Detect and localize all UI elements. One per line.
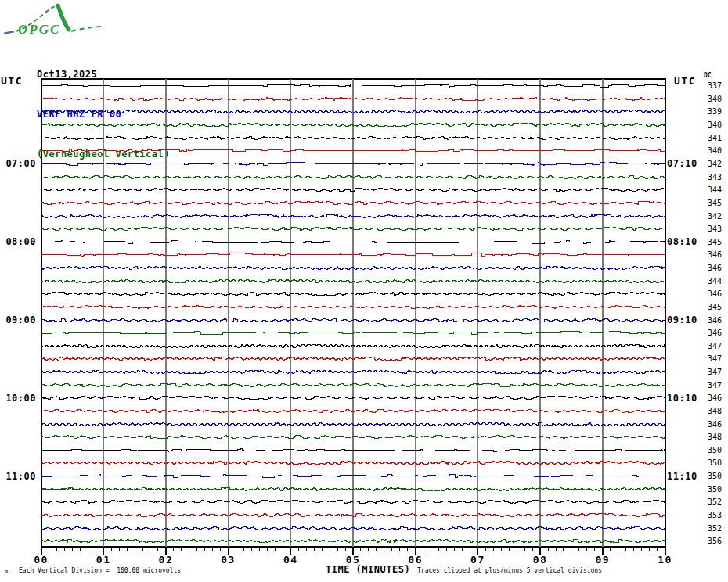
dc-value: 347 [708, 381, 728, 390]
dc-value: 340 [708, 120, 728, 129]
left-time-label: 10:00 [0, 393, 36, 404]
dc-value: 347 [708, 342, 728, 350]
x-tick-label: 03 [215, 554, 242, 566]
right-time-label: 07:10 [667, 158, 697, 169]
dc-value: 346 [708, 420, 728, 429]
dc-value: 337 [708, 81, 728, 90]
x-tick-label: 10 [652, 554, 679, 566]
dc-value: 350 [708, 472, 728, 480]
x-axis-title: TIME (MINUTES) [326, 564, 410, 575]
dc-value: 344 [708, 277, 728, 286]
x-tick-label: 06 [402, 554, 429, 566]
x-tick-label: 01 [90, 554, 117, 566]
left-time-label: 09:00 [0, 314, 36, 325]
dc-value: 345 [708, 303, 728, 311]
right-time-label: 10:10 [667, 393, 697, 404]
dc-value: 346 [708, 316, 728, 325]
dc-value: 348 [708, 407, 728, 415]
x-tick-label: 04 [277, 554, 304, 566]
dc-value: 346 [708, 393, 728, 402]
left-time-label: 07:00 [0, 158, 36, 169]
x-tick-label: 05 [340, 554, 366, 566]
right-time-label: 11:10 [667, 471, 697, 482]
dc-value: 342 [708, 160, 728, 168]
dc-value: 343 [708, 173, 728, 181]
right-time-label: 08:10 [667, 236, 697, 247]
right-time-label: 09:10 [667, 314, 697, 325]
dc-value: 353 [708, 511, 728, 519]
dc-value: 346 [708, 264, 728, 272]
dc-value: 347 [708, 368, 728, 376]
dc-value: 343 [708, 225, 728, 233]
x-tick-label: 09 [589, 554, 616, 566]
dc-value: 339 [708, 107, 728, 116]
dc-value: 347 [708, 354, 728, 363]
dc-value: 344 [708, 185, 728, 194]
left-time-label: 08:00 [0, 236, 36, 247]
dc-value: 346 [708, 289, 728, 298]
dc-value: 340 [708, 95, 728, 103]
x-tick-label: 08 [527, 554, 553, 566]
dc-value: 342 [708, 212, 728, 221]
dc-value: 340 [708, 146, 728, 155]
x-tick-label: 07 [464, 554, 491, 566]
dc-value: 346 [708, 329, 728, 337]
dc-value: 345 [708, 199, 728, 207]
seismogram-trace [41, 228, 665, 231]
scale-note: Each Vertical Division = 100.00 microvol… [19, 567, 181, 574]
dc-value: 346 [708, 250, 728, 259]
helicorder-screen: OPGC Oct13,2025 VERF HHZ FR 00 (Verneugh… [0, 0, 728, 582]
dc-value: 348 [708, 433, 728, 441]
dc-value: 345 [708, 238, 728, 246]
dc-value: 350 [708, 458, 728, 467]
dc-value: 352 [708, 524, 728, 533]
clip-note: Traces clipped at plus/minus 5 vertical … [417, 567, 602, 574]
helicorder-plot [0, 0, 728, 582]
scale-note-marker: m [5, 569, 8, 575]
dc-value: 350 [708, 485, 728, 494]
x-tick-label: 00 [28, 554, 55, 566]
left-time-label: 11:00 [0, 471, 36, 482]
x-tick-label: 02 [153, 554, 179, 566]
dc-value: 350 [708, 446, 728, 454]
dc-value: 341 [708, 134, 728, 142]
dc-value: 352 [708, 498, 728, 506]
dc-value: 356 [708, 537, 728, 545]
